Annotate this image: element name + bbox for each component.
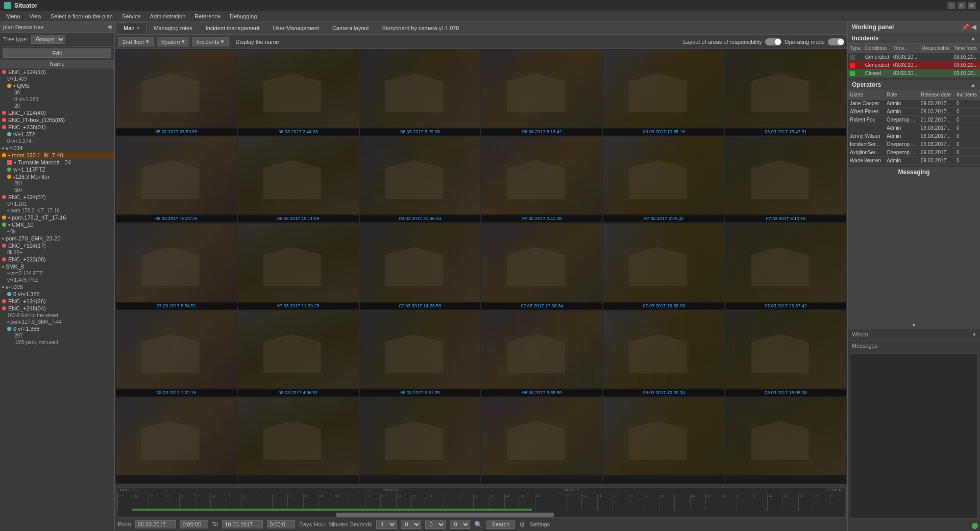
list-item[interactable]: ENC_+124(17) xyxy=(0,242,114,249)
table-row[interactable]: Generated 03.03.20... 03.03.20... xyxy=(848,61,980,69)
search-icon[interactable]: 🔍 xyxy=(474,521,482,528)
list-item[interactable]: • pom-270_SMK_23-20 xyxy=(0,235,114,242)
table-row[interactable]: Jenny Wilson Admin 06.03.2017... 0 xyxy=(848,132,980,140)
list-item[interactable]: v/+1.117PTZ xyxy=(0,166,114,173)
list-item[interactable]: • room-120.1_IK_7-40 xyxy=(0,152,114,159)
list-item[interactable]: 50< xyxy=(0,187,114,194)
list-item[interactable]: 297 xyxy=(0,332,114,339)
camera-cell[interactable]: 07.03.2017 14:23:59 xyxy=(360,224,481,309)
camera-cell[interactable]: 06.03.2017 13:47:51 xyxy=(725,50,846,136)
list-item[interactable]: • QMS xyxy=(0,82,114,89)
camera-cell[interactable]: 06.03.2017 5:29:08 xyxy=(360,50,481,136)
tab-storyboard[interactable]: Storyboard by camera y/-1.078 xyxy=(375,22,465,34)
settings-text[interactable]: Settings xyxy=(529,521,550,527)
list-item[interactable]: ENC_+124(37) xyxy=(0,194,114,201)
menu-item-service[interactable]: Service xyxy=(118,12,145,20)
camera-cell[interactable]: 08.03.2017 6:51:25 xyxy=(360,311,481,397)
days-select[interactable]: 4 xyxy=(376,520,397,529)
camera-cell[interactable]: 05.03.2017 23:59:59 xyxy=(116,50,237,136)
list-item[interactable]: ENC_+238(01) xyxy=(0,124,114,131)
list-item[interactable]: ENC_+124(40) xyxy=(0,109,114,116)
camera-cell[interactable]: 06.03.2017 2:44:33 xyxy=(238,50,359,136)
menu-item-menu[interactable]: Menu xyxy=(2,12,24,20)
list-item[interactable]: 80 xyxy=(0,89,114,96)
list-item[interactable]: • CMK_10 xyxy=(0,221,114,228)
floor-selector[interactable]: 2nd floor ▾ xyxy=(118,37,154,46)
minutes-select[interactable]: 0 xyxy=(425,520,446,529)
camera-cell[interactable]: 06.03.2017 16:27:25 xyxy=(116,137,237,223)
close-button[interactable]: ✕ xyxy=(968,2,976,9)
gear-icon[interactable]: ⚙ xyxy=(519,521,525,528)
list-item[interactable]: 0 v/+1.274 xyxy=(0,138,114,144)
right-panel-collapse[interactable]: ◀ xyxy=(971,23,976,31)
camera-cell[interactable]: 07.03.2017 0:41:08 xyxy=(481,137,602,223)
table-row[interactable]: Jane Cooper Admin 09.03.2017... 0 xyxy=(848,100,980,108)
camera-cell[interactable] xyxy=(360,398,481,484)
left-panel-collapse[interactable]: ◀ xyxy=(107,23,111,30)
list-item[interactable]: 20 xyxy=(0,103,114,109)
list-item[interactable]: • SMK_8 xyxy=(0,263,114,270)
table-row[interactable]: Generated 03.03.20... 03.03.20... xyxy=(848,53,980,61)
camera-cell[interactable]: 08.03.2017 15:05:08 xyxy=(725,311,846,397)
list-item[interactable]: ENC_+124(26) xyxy=(0,298,114,305)
tab-camera-layout[interactable]: Camera layout xyxy=(326,22,376,34)
table-row[interactable]: Wade Warren Admin 09.03.2017... 0 xyxy=(848,157,980,165)
list-item[interactable]: 281 xyxy=(0,180,114,187)
list-item[interactable]: • pom-127.3_SMK_7-44 xyxy=(0,319,114,325)
from-time-input[interactable] xyxy=(180,520,208,528)
menu-item-view[interactable]: View xyxy=(26,12,46,20)
list-item[interactable]: ENC_+248(04) xyxy=(0,305,114,312)
camera-cell[interactable] xyxy=(603,398,724,484)
camera-cell[interactable]: 07.03.2017 3:25:42 xyxy=(603,137,724,223)
list-item[interactable]: • 0k xyxy=(0,228,114,235)
messages-area[interactable] xyxy=(850,353,978,519)
camera-cell[interactable]: 08.03.2017 1:22:16 xyxy=(116,311,237,397)
table-row[interactable]: IncidentSer... Оператор ... 03.03.2017..… xyxy=(848,140,980,149)
search-button[interactable]: Search xyxy=(486,520,516,529)
incidents-selector[interactable]: Incidents ▾ xyxy=(192,37,229,46)
list-item[interactable]: 163.6 Exit to the street xyxy=(0,312,114,319)
camera-cell[interactable]: 06.03.2017 21:56:34 xyxy=(360,137,481,223)
tab-managing-roles[interactable]: Managing roles xyxy=(147,22,199,34)
camera-cell[interactable] xyxy=(116,398,237,484)
menu-item-reference[interactable]: Reference xyxy=(190,12,225,20)
list-item[interactable]: • v-f.005 xyxy=(0,283,114,291)
system-selector[interactable]: System ▾ xyxy=(157,37,189,46)
right-panel-pin[interactable]: 📌 xyxy=(962,23,969,31)
list-item[interactable]: • pom.178.2_KT_17-16 xyxy=(0,207,114,214)
camera-cell[interactable]: 07.03.2017 8:54:51 xyxy=(116,224,237,309)
camera-cell[interactable]: 07.03.2017 22:37:42 xyxy=(725,224,846,309)
list-item[interactable]: • v>=2 124 PTZ xyxy=(0,270,114,277)
camera-cell[interactable]: 08.03.2017 12:20:34 xyxy=(603,311,724,397)
to-time-input[interactable] xyxy=(267,520,295,528)
list-item[interactable]: 0 v/+1.388 xyxy=(0,291,114,298)
list-item[interactable]: • pom.178.2_KT_17-16 xyxy=(0,214,114,221)
list-item[interactable]: -126.3 Monitor xyxy=(0,173,114,180)
list-item[interactable]: ENC_IT-box_(135)(03) xyxy=(0,116,114,124)
table-row[interactable]: Admin 09.03.2017... 0 xyxy=(848,124,980,132)
incidents-collapse-icon[interactable]: ▲ xyxy=(970,35,976,41)
camera-cell[interactable]: 08.03.2017 9:35:59 xyxy=(481,311,602,397)
list-item[interactable]: v/+1.372 xyxy=(0,131,114,138)
camera-cell[interactable] xyxy=(481,398,602,484)
list-item[interactable]: 0 v/+1.283 xyxy=(0,96,114,103)
list-item[interactable]: 8k 29+ xyxy=(0,249,114,256)
list-item[interactable]: v/+1.475 PTZ xyxy=(0,277,114,283)
whom-dropdown-icon[interactable]: ▾ xyxy=(973,331,976,338)
tab-user-management[interactable]: User Management xyxy=(266,22,326,34)
camera-cell[interactable]: 08.03.2017 4:06:51 xyxy=(238,311,359,397)
seconds-select[interactable]: 0 xyxy=(450,520,470,529)
camera-cell[interactable]: 07.03.2017 6:10:16 xyxy=(725,137,846,223)
camera-cell[interactable] xyxy=(725,398,846,484)
hour-select[interactable]: 0 xyxy=(401,520,421,529)
list-item[interactable]: ENC_+124(10) xyxy=(0,68,114,76)
list-item[interactable]: -286 park, not used xyxy=(0,339,114,346)
table-row[interactable]: Robert Fox Оператор ... 21.02.2017... 0 xyxy=(848,116,980,124)
camera-cell[interactable]: 07.03.2017 11:39:25 xyxy=(238,224,359,309)
timeline-scroll[interactable]: 14.02.17 15.02.17 16.02.17 17.02.17 02 0… xyxy=(117,487,845,518)
layout-toggle[interactable] xyxy=(765,38,781,45)
tab-close-map[interactable]: ✕ xyxy=(136,26,140,31)
operators-collapse-icon[interactable]: ▲ xyxy=(970,82,976,88)
tree-type-select[interactable]: Groups xyxy=(31,35,65,44)
camera-cell[interactable]: 07.03.2017 17:08:34 xyxy=(481,224,602,309)
